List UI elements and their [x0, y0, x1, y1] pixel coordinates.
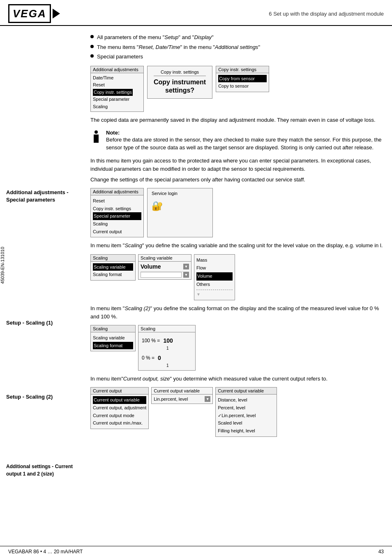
section-label-setup-scaling-2: Setup - Scaling (2) [6, 393, 78, 401]
scaling2-right-box: Scaling 100 % = 100 1 0 % = 0 1 [138, 325, 196, 371]
copied-data-text: The copied data are permanently saved in… [90, 116, 384, 124]
lock-icon: 🔐 [152, 201, 163, 211]
note-dot-icon [95, 130, 98, 134]
scaling2-left-box: Scaling Scaling variable Scaling format [90, 325, 136, 351]
device-box-copy-settings-right: Copy instr. settings Copy from sensor Co… [216, 66, 269, 92]
note-section: Note: Before the data are stored in the … [90, 130, 384, 152]
current-box-right: Current output variable Distance, level … [215, 387, 277, 436]
logo: VEGA [8, 4, 60, 23]
section-label-additional-adjustments: Additional adjustments - Special paramet… [6, 189, 78, 204]
footer-right: 43 [378, 549, 384, 555]
page-header: VEGA 6 Set up with the display and adjus… [0, 0, 392, 26]
additional-adjustments-body2: Change the settings of the special param… [90, 176, 384, 184]
note-icon [90, 130, 102, 145]
left-margin-number: 45039-EN-131010 [0, 247, 6, 284]
dropdown-arrow-icon[interactable]: ▼ [183, 264, 189, 269]
scaling-right-box: Mass Flow Volume Others ▼ [194, 254, 235, 300]
setup-scaling-1-body: In menu item "Scaling" you define the sc… [90, 241, 384, 250]
additional-adjustments-body1: In this menu item you gain access to the… [90, 157, 384, 173]
bullet-icon [90, 54, 94, 58]
service-diagram: Additional adjustments Reset Copy instr.… [90, 188, 384, 237]
section-label-setup-scaling-1: Setup - Scaling (1) [6, 319, 78, 327]
setup-scaling-2-body: In menu item "Scaling (2)" you define th… [90, 304, 384, 321]
right-column: All parameters of the menu "Setup" and "… [82, 30, 392, 478]
note-rect-icon [94, 135, 99, 143]
bullet-list: All parameters of the menu "Setup" and "… [90, 33, 384, 61]
section-label-additional-settings-current: Additional settings - Current output 1 a… [6, 463, 78, 478]
device-diagram-1: Additional adjustments Date/Time Reset C… [90, 66, 384, 112]
device-box-additional-adjustments: Additional adjustments Date/Time Reset C… [90, 66, 144, 112]
logo-text: VEGA [8, 4, 51, 23]
current-box-left: Current output Current output variable C… [90, 387, 149, 429]
note-title: Note: [106, 130, 384, 136]
scaling-box-left: Scaling Scaling variable Scaling format [90, 254, 136, 281]
left-column: Additional adjustments - Special paramet… [0, 30, 82, 478]
bullet-icon [90, 45, 94, 48]
footer-left: VEGABAR 86 • 4 … 20 mA/HART [8, 549, 83, 555]
page-body: Additional adjustments - Special paramet… [0, 26, 392, 490]
current-box-mid: Current output variable Lin.percent, lev… [151, 387, 213, 404]
page-title: 6 Set up with the display and adjustment… [269, 11, 384, 17]
list-item: The menu items "Reset, Date/Time" in the… [90, 43, 384, 51]
list-item: Special parameters [90, 53, 384, 61]
device-box-copy-instrument: Copy instr. settings Copy instrumentsett… [147, 66, 212, 99]
page-footer: VEGABAR 86 • 4 … 20 mA/HART 43 [0, 546, 392, 557]
service-login-header: Service login [152, 191, 178, 196]
scaling-1-diagram: Scaling Scaling variable Scaling format … [90, 254, 384, 300]
current-dropdown-icon[interactable]: ▼ [205, 396, 210, 402]
logo-triangle-icon [53, 9, 60, 19]
additional-settings-current-body: In menu item"Current output, size" you d… [90, 375, 384, 383]
list-item: All parameters of the menu "Setup" and "… [90, 33, 384, 42]
dropdown-arrow-2-icon[interactable]: ▼ [183, 272, 189, 278]
scaling-mid-box: Scaling variable Volume ▼ ▼ [138, 254, 191, 280]
service-right-box: Service login 🔐 [147, 188, 213, 237]
scaling-2-diagram: Scaling Scaling variable Scaling format … [90, 325, 384, 371]
bullet-icon [90, 35, 94, 38]
service-left-box: Additional adjustments Reset Copy instr.… [90, 188, 144, 237]
current-output-diagram: Current output Current output variable C… [90, 387, 384, 436]
note-text: Before the data are stored in the sensor… [106, 136, 384, 152]
